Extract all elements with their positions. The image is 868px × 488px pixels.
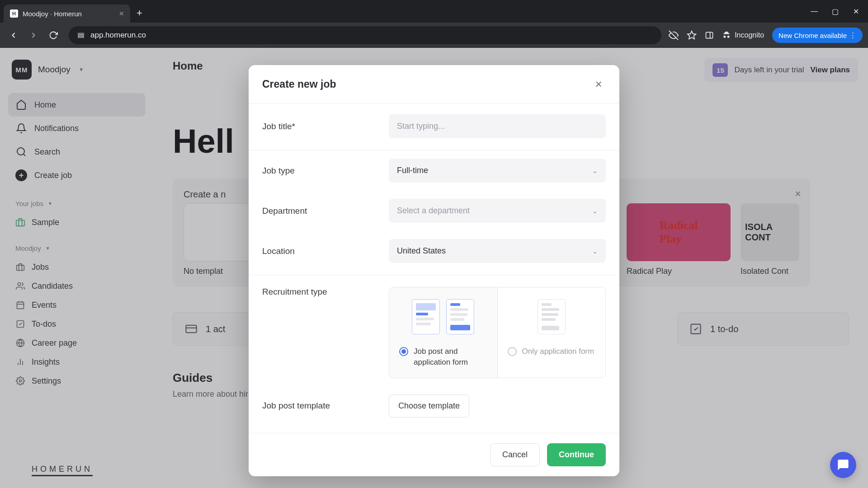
incognito-badge: Incognito bbox=[722, 31, 764, 40]
more-icon: ⋮ bbox=[849, 31, 856, 39]
eye-off-icon[interactable] bbox=[669, 30, 679, 40]
minimize-icon[interactable]: ― bbox=[810, 7, 818, 16]
side-panel-icon[interactable] bbox=[705, 31, 714, 40]
modal-title: Create new job bbox=[262, 78, 336, 90]
job-type-label: Job type bbox=[262, 166, 389, 176]
url-text: app.homerun.co bbox=[90, 31, 146, 40]
bookmark-icon[interactable] bbox=[687, 30, 697, 40]
favicon: H bbox=[10, 9, 18, 18]
location-select[interactable]: United States ⌄ bbox=[389, 239, 606, 263]
tab-title: Moodjoy · Homerun bbox=[23, 10, 82, 18]
radio-icon bbox=[399, 347, 408, 356]
site-settings-icon[interactable] bbox=[77, 31, 85, 39]
choose-template-button[interactable]: Choose template bbox=[389, 394, 469, 418]
cancel-button[interactable]: Cancel bbox=[490, 443, 540, 466]
radio-icon bbox=[508, 347, 517, 356]
location-label: Location bbox=[262, 246, 389, 256]
chevron-down-icon: ⌄ bbox=[592, 248, 598, 255]
department-label: Department bbox=[262, 206, 389, 216]
reload-button[interactable] bbox=[45, 27, 61, 43]
job-post-template-label: Job post template bbox=[262, 401, 389, 411]
forward-button[interactable] bbox=[25, 27, 42, 43]
chat-fab[interactable] bbox=[830, 452, 856, 478]
close-window-icon[interactable]: ✕ bbox=[852, 7, 860, 16]
create-job-modal: Create new job × Job title* Job type Ful… bbox=[249, 65, 619, 476]
job-title-label: Job title* bbox=[262, 122, 389, 131]
department-select[interactable]: Select a department ⌄ bbox=[389, 199, 606, 223]
close-icon[interactable]: × bbox=[591, 77, 606, 91]
modal-overlay[interactable]: Create new job × Job title* Job type Ful… bbox=[0, 48, 868, 488]
recruitment-type-label: Recruitment type bbox=[262, 287, 389, 297]
recruit-option-form-only[interactable]: Only application form bbox=[498, 287, 606, 378]
svg-rect-2 bbox=[78, 37, 84, 38]
svg-rect-1 bbox=[78, 35, 84, 36]
maximize-icon[interactable]: ▢ bbox=[831, 7, 839, 16]
job-type-select[interactable]: Full-time ⌄ bbox=[389, 159, 606, 183]
svg-rect-0 bbox=[78, 33, 84, 34]
svg-marker-3 bbox=[688, 31, 696, 39]
back-button[interactable] bbox=[5, 27, 22, 43]
window-controls: ― ▢ ✕ bbox=[810, 7, 864, 16]
chevron-down-icon: ⌄ bbox=[592, 167, 598, 174]
chrome-update-button[interactable]: New Chrome available ⋮ bbox=[772, 28, 863, 43]
svg-rect-4 bbox=[706, 32, 713, 38]
new-tab-button[interactable]: + bbox=[137, 7, 142, 19]
browser-toolbar: app.homerun.co Incognito New Chrome avai… bbox=[0, 23, 868, 48]
chevron-down-icon: ⌄ bbox=[592, 207, 598, 215]
address-bar[interactable]: app.homerun.co bbox=[69, 26, 661, 44]
close-tab-icon[interactable]: × bbox=[119, 9, 124, 19]
browser-tab-strip: H Moodjoy · Homerun × + ― ▢ ✕ bbox=[0, 0, 868, 23]
continue-button[interactable]: Continue bbox=[547, 443, 606, 466]
recruit-option-both[interactable]: Job post and application form bbox=[389, 287, 498, 378]
job-title-input[interactable] bbox=[389, 114, 606, 138]
browser-tab[interactable]: H Moodjoy · Homerun × bbox=[4, 5, 130, 23]
